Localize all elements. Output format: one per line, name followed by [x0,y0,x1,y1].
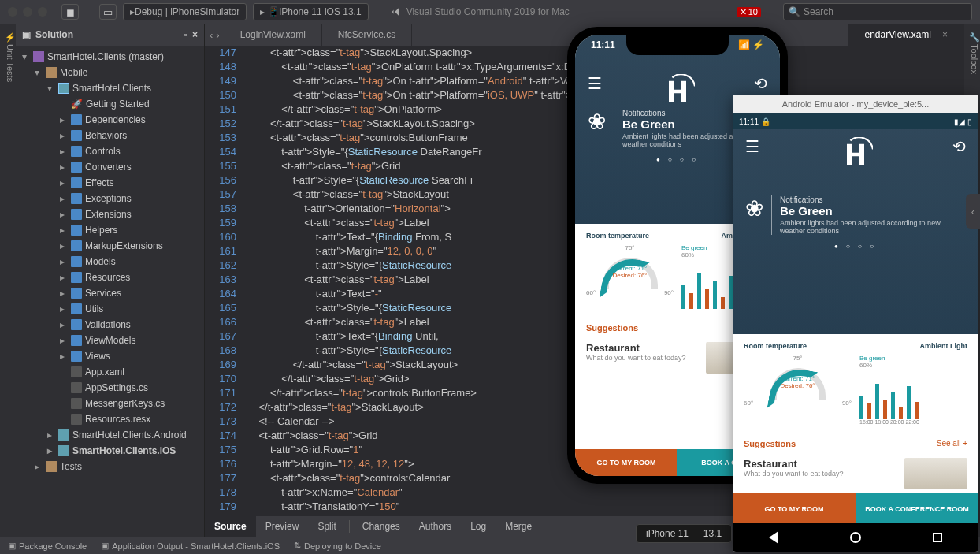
app-output-button[interactable]: ▣ Application Output - SmartHotel.Client… [101,541,280,551]
suggestions-label: Suggestions [744,439,796,448]
tree-project[interactable]: ▾SmartHotel.Clients [16,80,204,96]
hamburger-icon[interactable]: ☰ [588,74,602,93]
nfc-icon[interactable]: ⟲ [754,74,767,93]
close-tab-icon[interactable]: × [942,29,948,40]
rocket-icon: 🚀 [71,99,83,110]
tree-root[interactable]: ▾SmartHotel.Clients (master) [16,49,204,65]
android-emulator[interactable]: Android Emulator - my_device_pie:5... 11… [733,95,978,552]
tab-nfcservice[interactable]: NfcService.cs [322,24,412,46]
changes-tab[interactable]: Changes [353,516,410,537]
tree-file[interactable]: Resources.resx [16,411,204,427]
tree-folder[interactable]: ▸Models [16,254,204,270]
product-label: Visual Studio Community 2019 for Mac [391,6,570,17]
temp-gauge[interactable]: 75° 60°90° Current: 71°Desired: 76° [744,355,852,410]
home-button[interactable] [850,532,861,543]
split-tab[interactable]: Split [308,516,345,537]
bottom-action-bar: GO TO MY ROOM BOOK A CONFERENCE ROOM [733,493,978,523]
tree-folder[interactable]: ▸Exceptions [16,191,204,206]
leaf-icon: ❀ [745,195,763,221]
expand-handle[interactable]: ‹ [966,194,980,229]
app-logo [660,74,695,109]
merge-tab[interactable]: Merge [496,516,541,537]
tree-folder[interactable]: ▸ViewModels [16,333,204,348]
stop-button[interactable]: ◼ [61,4,79,20]
deploy-status[interactable]: ⇅ Deploying to Device [294,541,381,551]
tree-folder[interactable]: ▸Helpers [16,222,204,238]
tree-folder[interactable]: ▸Effects [16,175,204,191]
solution-tree[interactable]: ▾SmartHotel.Clients (master) ▾Mobile ▾Sm… [16,46,204,537]
tree-folder[interactable]: ▸Services [16,285,204,301]
maximize-icon[interactable] [38,7,47,17]
hamburger-icon[interactable]: ☰ [745,137,759,156]
suggestions-row: Suggestions See all + [733,433,978,455]
leaf-icon: ❀ [588,109,606,135]
nav-back-icon[interactable]: ‹ [210,29,213,41]
log-tab[interactable]: Log [461,516,496,537]
close-panel-icon[interactable]: × [192,29,198,40]
tree-project-ios[interactable]: ▸SmartHotel.Clients.iOS [16,443,204,459]
be-green-label: Be green [859,355,967,362]
tab-loginview[interactable]: LoginView.xaml [225,24,322,46]
signal-battery-icon: ▮◢ ▯ [954,117,972,126]
tree-folder[interactable]: ▸MarkupExtensions [16,238,204,254]
back-button[interactable] [769,531,778,544]
pin-icon[interactable]: ▫ [184,29,187,40]
android-window-title: Android Emulator - my_device_pie:5... [733,95,978,113]
package-console-button[interactable]: ▣ Package Console [8,541,87,551]
tab-calendarview[interactable]: endarView.xaml× [848,24,964,46]
see-all-link[interactable]: See all + [937,439,967,448]
temp-gauge[interactable]: 75° 60°90° Current: 71°Desired: 76° [586,244,674,299]
tree-file[interactable]: App.xaml [16,364,204,380]
book-conference-button[interactable]: BOOK A CONFERENCE ROOM [856,493,978,523]
tree-folder[interactable]: ▸Validations [16,317,204,333]
error-badge[interactable]: ✕ 10 [737,7,761,17]
tree-folder[interactable]: ▸Utils [16,301,204,317]
nfc-icon[interactable]: ⟲ [952,137,966,156]
tree-project-android[interactable]: ▸SmartHotel.Clients.Android [16,427,204,443]
solution-explorer: ▣ Solution ▫ × ▾SmartHotel.Clients (mast… [16,24,205,537]
restaurant-card[interactable]: Restaurant What do you want to eat today… [733,455,978,493]
restaurant-image [904,458,967,489]
nav-fwd-icon[interactable]: › [216,29,219,41]
page-dots[interactable]: ● ○ ○ ○ [733,243,978,250]
tree-file[interactable]: MessengerKeys.cs [16,396,204,411]
tree-folder[interactable]: ▸Converters [16,159,204,175]
app-logo [838,137,873,172]
restaurant-title: Restaurant [744,458,898,470]
preview-tab[interactable]: Preview [256,516,309,537]
layout-button-1[interactable]: ▭ [99,4,117,20]
time-axis: 16:00 18:00 20:00 22:00 [859,419,967,425]
debug-target-dropdown[interactable]: ▸ Debug | iPhoneSimulator [123,3,247,20]
tree-folder[interactable]: ▸Controls [16,143,204,159]
minimize-icon[interactable] [23,7,32,17]
tree-folder[interactable]: ▸Dependencies [16,112,204,128]
room-temp-label: Room temperature [744,342,852,350]
tree-folder[interactable]: ▸Behaviors [16,128,204,143]
restaurant-subtitle: What do you want to eat today? [586,354,700,362]
light-bars[interactable] [859,380,967,419]
tree-getting-started[interactable]: 🚀Getting Started [16,96,204,112]
goto-room-button[interactable]: GO TO MY ROOM [575,449,677,476]
recents-button[interactable] [933,533,942,542]
notif-label: Notifications [780,195,966,204]
tree-folder[interactable]: ▸Views [16,348,204,364]
ios-device-badge[interactable]: iPhone 11 — 13.1 [636,524,732,543]
search-icon: 🔍 [789,6,800,17]
tree-folder[interactable]: ▸Extensions [16,206,204,222]
tree-folder-tests[interactable]: ▸Tests [16,459,204,474]
search-input[interactable]: 🔍 Search [783,3,972,20]
tree-folder-mobile[interactable]: ▾Mobile [16,65,204,80]
source-tab[interactable]: Source [205,516,256,537]
metrics-row: Room temperature 75° 60°90° Current: 71°… [733,334,978,433]
tree-file[interactable]: AppSettings.cs [16,380,204,396]
iphone-notch [626,35,729,55]
ambient-label: Ambient Light [859,342,967,350]
run-controls: ◼ [61,4,79,20]
close-icon[interactable] [8,7,17,17]
goto-room-button[interactable]: GO TO MY ROOM [733,493,856,523]
tree-folder[interactable]: ▸Resources [16,270,204,285]
unit-tests-panel-tab[interactable]: ⚡ Unit Tests [0,24,16,537]
device-dropdown[interactable]: ▸ 📱 iPhone 11 iOS 13.1 [253,3,368,20]
notif-title: Be Green [780,204,966,218]
authors-tab[interactable]: Authors [410,516,461,537]
